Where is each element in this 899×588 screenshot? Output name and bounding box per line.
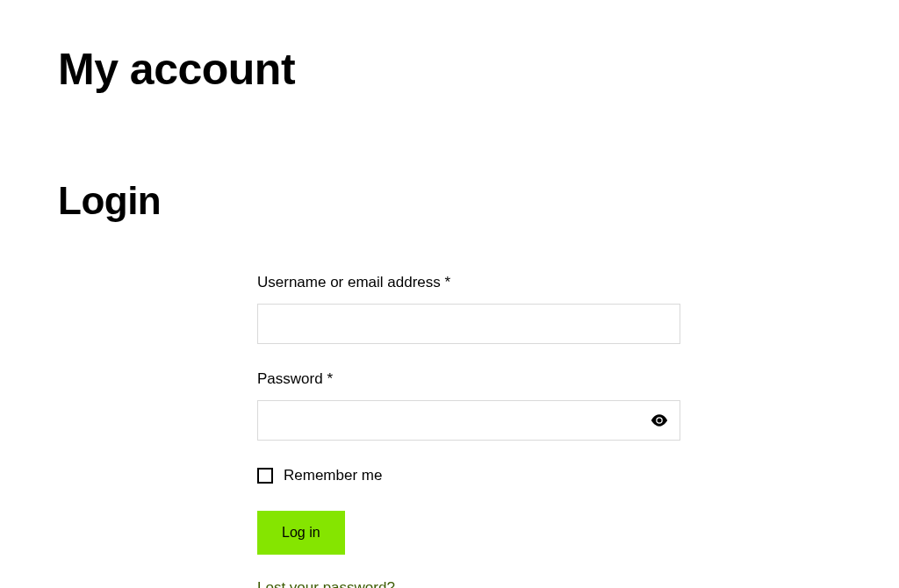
username-label-text: Username or email address xyxy=(257,274,445,290)
username-field-block: Username or email address * xyxy=(257,274,680,344)
login-button[interactable]: Log in xyxy=(257,511,345,555)
password-label-text: Password xyxy=(257,370,327,387)
required-mark: * xyxy=(445,274,451,290)
login-heading: Login xyxy=(58,179,899,223)
lost-password-link[interactable]: Lost your password? xyxy=(257,579,395,588)
remember-me-checkbox[interactable] xyxy=(257,468,273,484)
password-field-block: Password * xyxy=(257,370,680,441)
required-mark: * xyxy=(327,370,333,387)
eye-icon xyxy=(651,414,668,427)
password-label: Password * xyxy=(257,370,680,388)
username-label: Username or email address * xyxy=(257,274,680,291)
password-input-wrap xyxy=(257,400,680,441)
remember-me-row: Remember me xyxy=(257,467,680,484)
username-input[interactable] xyxy=(257,304,680,344)
page-title: My account xyxy=(58,44,899,95)
show-password-button[interactable] xyxy=(647,408,672,433)
password-input[interactable] xyxy=(257,400,680,441)
remember-me-label: Remember me xyxy=(284,467,382,484)
login-form: Username or email address * Password * R… xyxy=(257,274,680,588)
